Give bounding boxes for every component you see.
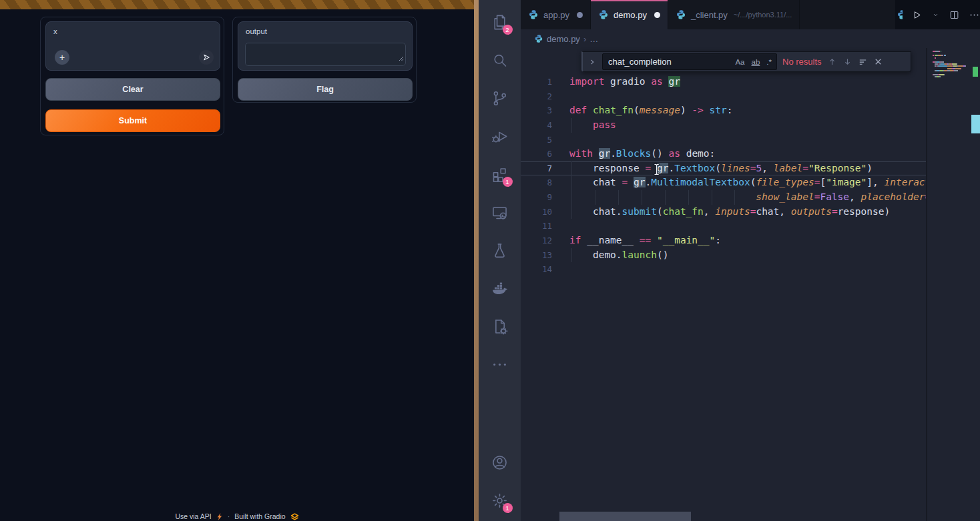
mouse-ibeam-cursor	[653, 163, 661, 179]
previous-match-icon[interactable]	[827, 57, 837, 67]
attach-file-button[interactable]: +	[55, 50, 69, 65]
activity-files-icon[interactable]: 2	[483, 5, 517, 39]
find-status: No results	[782, 57, 822, 67]
screen: x + Clear Submit output	[0, 0, 980, 521]
line-number: 9	[521, 190, 552, 205]
activity-badge: 2	[503, 25, 513, 35]
editor-actions	[895, 0, 980, 29]
next-match-icon[interactable]	[842, 57, 852, 67]
activity-extensions-icon[interactable]: 1	[483, 157, 517, 191]
clipped-python-tab-icon	[897, 9, 903, 20]
code-line: 9 show_label=False, placeholder=	[521, 190, 926, 205]
output-textarea[interactable]	[245, 43, 406, 66]
send-icon	[202, 53, 211, 62]
activity-source-control-icon[interactable]	[483, 81, 517, 115]
minimap-line	[947, 68, 961, 69]
breadcrumb[interactable]: demo.py › …	[521, 29, 980, 48]
activity-settings-icon[interactable]: 1	[483, 484, 517, 517]
editor-content[interactable]: chat_completion Aa ab .* No results	[521, 48, 980, 521]
tab-_client.py[interactable]: _client.py~/.../python3.11/...	[668, 0, 800, 29]
activity-bar: 21	[479, 0, 521, 521]
line-number: 4	[521, 118, 552, 133]
send-button[interactable]	[199, 50, 214, 65]
breadcrumb-more[interactable]: …	[589, 34, 598, 44]
loading-progress-bar	[0, 0, 474, 9]
code-line: 2	[521, 89, 926, 104]
input-label: x	[53, 27, 57, 35]
find-in-selection-icon[interactable]	[858, 57, 868, 67]
activity-bar-bottom: 1	[479, 446, 521, 517]
chevron-down-icon[interactable]	[931, 11, 940, 19]
activity-docker-icon[interactable]	[483, 272, 517, 305]
python-file-icon	[676, 9, 686, 20]
code-line: 1import gradio as gr	[521, 75, 926, 89]
breadcrumb-chevron-icon: ›	[583, 34, 586, 44]
built-with-gradio-link[interactable]: Built with Gradio	[234, 512, 285, 520]
submit-button[interactable]: Submit	[45, 109, 220, 132]
code-line: 14	[521, 262, 926, 277]
output-label: output	[246, 27, 267, 35]
code-line: 8 chat = gr.MultimodalTextbox(file_types…	[521, 175, 926, 190]
split-editor-icon[interactable]	[949, 9, 960, 21]
find-query-text[interactable]: chat_completion	[608, 57, 730, 67]
line-number: 13	[521, 248, 552, 263]
python-file-icon	[528, 9, 539, 20]
minimap-line	[935, 57, 937, 59]
tab-demo.py[interactable]: demo.py	[591, 0, 668, 29]
minimap-line	[933, 51, 941, 52]
editor-area: app.pydemo.py_client.py~/.../python3.11/…	[521, 0, 980, 521]
flag-button[interactable]: Flag	[238, 78, 413, 101]
clear-button[interactable]: Clear	[45, 78, 220, 101]
code-line: 13 demo.launch()	[521, 248, 926, 263]
output-block: output	[238, 21, 413, 71]
line-number: 14	[521, 262, 552, 277]
code-line: 10 chat.submit(chat_fn, inputs=chat, out…	[521, 205, 926, 219]
gradio-footer: Use via API · Built with Gradio	[0, 512, 474, 520]
code-line: 7 response = gr.Textbox(lines=5, label="…	[521, 161, 926, 176]
multimodal-input-block[interactable]: x +	[45, 21, 220, 71]
whole-word-toggle[interactable]: ab	[750, 57, 762, 67]
modified-dot-icon[interactable]	[654, 12, 660, 18]
line-number: 11	[521, 219, 552, 233]
activity-test-beaker-icon[interactable]	[483, 233, 517, 267]
code-line: 4 pass	[521, 118, 926, 133]
minimap-line	[935, 76, 941, 77]
footer-separator: ·	[228, 512, 230, 520]
activity-run-debug-icon[interactable]	[483, 119, 517, 153]
plus-icon: +	[59, 53, 65, 62]
line-number: 3	[521, 103, 552, 118]
activity-badge: 1	[503, 177, 513, 187]
more-icon[interactable]	[969, 9, 980, 21]
regex-toggle[interactable]: .*	[764, 57, 774, 67]
overview-marker-green	[973, 67, 978, 77]
code-line: 12if __name__ == "__main__":	[521, 233, 926, 248]
line-number: 12	[521, 233, 552, 248]
use-via-api-link[interactable]: Use via API	[175, 512, 211, 520]
activity-account-icon[interactable]	[483, 446, 517, 479]
find-input[interactable]: chat_completion Aa ab .*	[602, 53, 777, 70]
gradio-app-pane: x + Clear Submit output	[0, 0, 474, 521]
activity-search-icon[interactable]	[483, 43, 517, 77]
tab-app.py[interactable]: app.py	[521, 0, 591, 29]
run-icon[interactable]	[911, 9, 923, 21]
find-widget: chat_completion Aa ab .* No results	[581, 51, 911, 72]
modified-dot-icon[interactable]	[577, 12, 583, 18]
code-editor[interactable]: 1import gradio as gr23def chat_fn(messag…	[521, 75, 926, 277]
line-number: 5	[521, 133, 552, 147]
gradio-logo-icon	[290, 513, 299, 520]
horizontal-scrollbar[interactable]	[559, 512, 691, 521]
api-lightning-icon	[216, 513, 223, 520]
breadcrumb-file[interactable]: demo.py	[547, 34, 580, 44]
minimap[interactable]	[926, 48, 980, 521]
close-find-icon[interactable]	[873, 57, 883, 67]
match-case-toggle[interactable]: Aa	[733, 57, 746, 67]
activity-more-icon[interactable]	[483, 348, 517, 381]
minimap-line	[935, 63, 957, 65]
code-line: 3def chat_fn(message) -> str:	[521, 103, 926, 118]
python-file-icon	[598, 9, 609, 20]
activity-file-gear-icon[interactable]	[483, 310, 517, 343]
activity-remote-explorer-icon[interactable]	[483, 195, 517, 229]
toggle-replace-chevron-icon[interactable]	[587, 57, 597, 67]
line-number: 2	[521, 89, 552, 104]
resize-handle-icon[interactable]	[397, 52, 404, 64]
